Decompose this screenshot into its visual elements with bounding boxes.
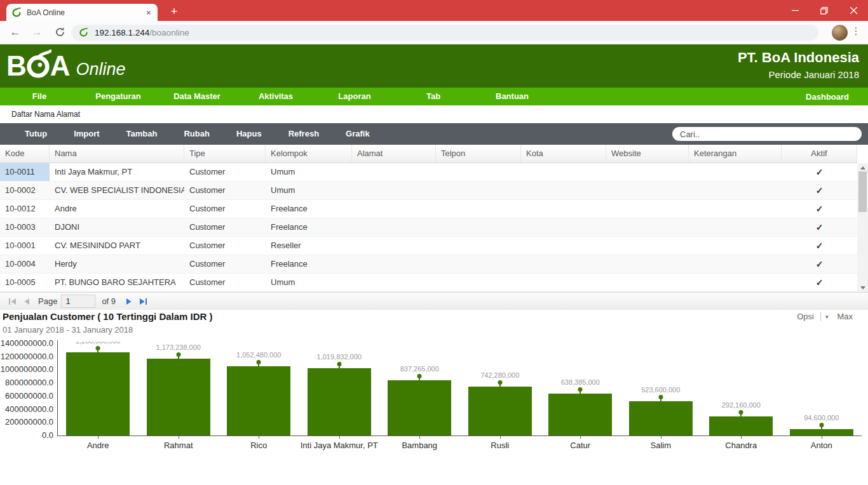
reload-button[interactable]: [52, 27, 67, 42]
column-header-telpon[interactable]: Telpon: [436, 145, 521, 163]
prev-page-icon[interactable]: [19, 296, 33, 307]
column-header-kota[interactable]: Kota: [521, 145, 606, 163]
table-scrollbar[interactable]: [857, 163, 868, 292]
chart-bar-rahmat[interactable]: [147, 359, 210, 436]
tutup-button[interactable]: Tutup: [11, 123, 60, 145]
search-input[interactable]: [672, 127, 862, 141]
new-tab-button[interactable]: +: [166, 4, 182, 18]
table-row[interactable]: 10-0002CV. WEB SPECIALIST INDONESIACusto…: [0, 182, 857, 200]
url-host: 192.168.1.244: [95, 28, 149, 37]
x-axis-tick: [339, 435, 340, 439]
chart-bar-rusli[interactable]: [468, 387, 532, 435]
bar-marker-icon: [337, 362, 341, 366]
cell-website: [606, 182, 689, 199]
menu-item-data-master[interactable]: Data Master: [158, 88, 236, 105]
chart-max-button[interactable]: Max: [837, 312, 853, 321]
chart-bar-bambang[interactable]: [388, 380, 451, 435]
first-page-icon[interactable]: [5, 296, 19, 307]
profile-avatar[interactable]: [832, 25, 848, 41]
chevron-down-icon[interactable]: ▾: [825, 314, 829, 320]
cell-telpon: [436, 163, 521, 181]
menu-item-bantuan[interactable]: Bantuan: [473, 88, 552, 105]
chart-bar-slot: 523,600,000: [621, 342, 702, 435]
chart-bar-salim[interactable]: [629, 401, 693, 435]
table-row[interactable]: 10-0001CV. MESININDO PARTCustomerReselle…: [0, 237, 857, 255]
x-axis-category-label: Chandra: [701, 441, 782, 450]
cell-nama: Herdy: [50, 255, 184, 273]
cell-kelompok: Reseller: [266, 237, 352, 255]
tambah-button[interactable]: Tambah: [113, 123, 171, 145]
browser-menu-icon[interactable]: ⋮: [850, 25, 862, 37]
y-axis-tick-label: 1200000000.0: [0, 352, 53, 362]
bar-marker-icon: [417, 374, 422, 378]
bar-marker-stem: [499, 384, 501, 389]
hapus-button[interactable]: Hapus: [223, 123, 275, 145]
column-header-kelompok[interactable]: Kelompok: [266, 145, 352, 163]
bar-value-label: 1,052,480,000: [236, 351, 281, 359]
forward-button[interactable]: →: [29, 25, 44, 40]
bar-marker-stem: [339, 366, 340, 370]
page-number-input[interactable]: [61, 295, 95, 308]
x-axis-category-label: Catur: [540, 441, 621, 450]
bar-value-label: 1,173,238,000: [156, 343, 201, 351]
scrollbar-thumb[interactable]: [858, 171, 867, 212]
table-row[interactable]: 10-0005PT. BUNGO BARO SEJAHTERACustomerU…: [0, 274, 857, 292]
x-axis-tick: [259, 435, 259, 439]
chart-opsi-button[interactable]: Opsi: [797, 312, 814, 321]
chart-bar-rico[interactable]: [227, 366, 290, 435]
next-page-icon[interactable]: [122, 296, 136, 307]
table-row[interactable]: 10-0011Inti Jaya Makmur, PTCustomerUmum✓: [0, 163, 857, 182]
table-row[interactable]: 10-0004HerdyCustomerFreelance✓: [0, 255, 857, 274]
x-axis-tick: [661, 435, 661, 439]
y-axis-tick-label: 0.0: [0, 430, 53, 441]
column-header-alamat[interactable]: Alamat: [352, 145, 436, 163]
chart-bar-slot: 94,600,000: [782, 342, 862, 435]
bar-marker-icon: [739, 410, 743, 415]
cell-keterangan: [689, 163, 782, 181]
column-header-nama[interactable]: Nama: [50, 145, 184, 163]
chart-bar-slot: 1,173,238,000: [139, 342, 219, 435]
table-row[interactable]: 10-0012AndreCustomerFreelance✓: [0, 200, 857, 218]
cell-tipe: Customer: [184, 182, 266, 199]
column-header-website[interactable]: Website: [606, 145, 689, 163]
menu-item-laporan[interactable]: Laporan: [315, 88, 394, 105]
menu-item-pengaturan[interactable]: Pengaturan: [79, 88, 158, 105]
refresh-button[interactable]: Refresh: [275, 123, 332, 145]
address-bar[interactable]: 192.168.1.244/boaonline: [71, 25, 818, 41]
menu-item-aktivitas[interactable]: Aktivitas: [236, 88, 315, 105]
chart-bar-inti-jaya-makmur-pt[interactable]: [308, 368, 371, 435]
grafik-button[interactable]: Grafik: [332, 123, 383, 145]
column-header-aktif[interactable]: Aktif: [782, 145, 857, 163]
x-axis-tick: [822, 435, 822, 439]
browser-tab[interactable]: BoA Online ×: [6, 4, 158, 21]
scroll-up-icon[interactable]: [857, 164, 868, 171]
x-axis-category-label: Andre: [58, 441, 139, 450]
chart-bar-slot: 292,160,000: [701, 342, 782, 435]
menu-item-dashboard[interactable]: Dashboard: [806, 92, 868, 102]
rubah-button[interactable]: Rubah: [170, 123, 222, 145]
page-tab-label[interactable]: Daftar Nama Alamat: [11, 105, 80, 123]
last-page-icon[interactable]: [136, 296, 150, 307]
table-row[interactable]: 10-0003DJONICustomerFreelance✓: [0, 218, 857, 237]
column-header-kode[interactable]: Kode: [0, 145, 50, 163]
import-button[interactable]: Import: [60, 123, 112, 145]
column-header-keterangan[interactable]: Keterangan: [689, 145, 782, 163]
bar-marker-icon: [658, 395, 663, 399]
tab-close-icon[interactable]: ×: [145, 8, 153, 17]
restore-button[interactable]: [810, 0, 839, 21]
chart-bar-chandra[interactable]: [709, 416, 773, 435]
x-axis-category-label: Salim: [621, 441, 702, 450]
cell-kota: [521, 237, 606, 255]
menu-item-tab[interactable]: Tab: [394, 88, 473, 105]
scroll-down-icon[interactable]: [857, 284, 868, 291]
minimize-button[interactable]: [780, 0, 810, 21]
column-header-tipe[interactable]: Tipe: [184, 145, 266, 163]
chart-bar-andre[interactable]: [66, 352, 130, 435]
cell-website: [606, 218, 689, 236]
back-button[interactable]: ←: [8, 25, 23, 40]
close-button[interactable]: [839, 0, 868, 21]
menu-item-file[interactable]: File: [0, 88, 79, 105]
chart-bar-catur[interactable]: [548, 394, 612, 435]
cell-alamat: [352, 255, 436, 273]
y-axis-tick-label: 600000000.0: [0, 391, 53, 401]
